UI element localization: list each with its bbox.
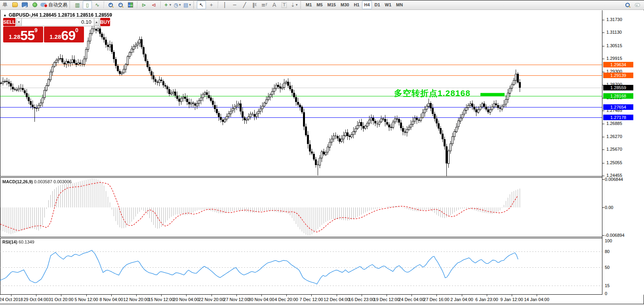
- time-tick-mark: [311, 295, 312, 296]
- price-tick-mark: [602, 33, 604, 33]
- time-tick-label: 7 Dec 12:00: [299, 297, 323, 302]
- timeframe-d1[interactable]: D1: [373, 1, 382, 9]
- time-tick-mark: [362, 295, 362, 296]
- toolbar-separator: [218, 1, 218, 8]
- pane-splitter-macd[interactable]: [0, 176, 644, 178]
- price-level-badge: 1.27178: [603, 115, 633, 120]
- price-level-badge: 1.27654: [603, 104, 633, 110]
- horizontal-line-button[interactable]: ─: [230, 1, 239, 9]
- rsi-axis-label: 0: [605, 291, 607, 296]
- macd-canvas[interactable]: [0, 178, 602, 237]
- buy-price-display[interactable]: 1.28 69 0: [44, 27, 84, 42]
- sell-button[interactable]: SELL: [3, 18, 15, 26]
- time-tick-label: 2 Jan 04:00: [450, 297, 473, 302]
- price-axis[interactable]: 1.317301.311301.305151.299151.293001.287…: [602, 10, 644, 295]
- chart-icon: [22, 2, 28, 7]
- line-chart-button[interactable]: ∿: [93, 1, 102, 9]
- chart-window-button[interactable]: [20, 1, 29, 9]
- volume-input[interactable]: [22, 18, 94, 26]
- macd-axis-label: 0.006844: [605, 177, 623, 182]
- time-tick-mark: [462, 295, 462, 296]
- search-button[interactable]: [623, 1, 632, 9]
- indicators-button[interactable]: ＋▾: [163, 1, 172, 9]
- rsi-axis-label: 100: [605, 238, 612, 243]
- zoom-out-button[interactable]: −: [116, 1, 125, 9]
- sell-price-display[interactable]: 1.28 55 9: [3, 27, 43, 42]
- bars-chart-button[interactable]: ▥: [73, 1, 82, 9]
- price-tick-label: 1.29915: [606, 56, 622, 61]
- time-tick-mark: [111, 295, 112, 296]
- zoom-in-button[interactable]: +: [106, 1, 115, 9]
- timeframe-h1[interactable]: H1: [352, 1, 361, 9]
- time-tick-mark: [337, 295, 337, 296]
- text-button[interactable]: A: [270, 1, 279, 9]
- timeframe-h4[interactable]: H4: [362, 1, 372, 9]
- templates-button[interactable]: ▤▾: [183, 1, 192, 9]
- candles-chart-button[interactable]: ▯: [83, 1, 92, 9]
- price-tick-label: 1.31730: [606, 17, 622, 22]
- rsi-label: RSI(14) 60.1349: [2, 240, 34, 244]
- time-tick-label: 22 Nov 20:00: [198, 297, 224, 302]
- book-icon: [12, 2, 18, 7]
- rsi-canvas[interactable]: [0, 238, 602, 294]
- chat-button[interactable]: [633, 1, 642, 9]
- timeframe-m30[interactable]: M30: [339, 1, 351, 9]
- buy-price-small: 1.28: [50, 33, 61, 40]
- market-watch-button[interactable]: [10, 1, 19, 9]
- volume-up-button[interactable]: ▲: [94, 18, 99, 26]
- timeframe-m1[interactable]: M1: [304, 1, 314, 9]
- time-tick-label: 12 Dec 04:00: [324, 297, 349, 302]
- toolbar-grip: [193, 1, 195, 8]
- chart-title: GBPUSD-,H4 1.28645 1.28716 1.28516 1.285…: [9, 12, 112, 18]
- cursor-button[interactable]: ↖: [197, 1, 206, 9]
- macd-axis-label: -0.006894: [605, 233, 625, 238]
- pane-splitter-rsi[interactable]: [0, 237, 644, 238]
- main-toolbar: 单 自动交易 ▥ ▯ ∿ + − ⊳ ⊲ ＋▾ ◷▾ ▤▾ ↖ ＋ │ ─ ╱ …: [0, 0, 644, 10]
- timeframe-m5[interactable]: M5: [314, 1, 324, 9]
- chart-shift-button[interactable]: ⊲: [149, 1, 158, 9]
- price-tick-mark: [602, 124, 604, 124]
- toolbar-separator: [160, 1, 161, 8]
- volume-down-button[interactable]: ▼: [16, 18, 22, 26]
- crosshair-icon: ＋: [209, 1, 214, 8]
- trendline-icon: ╱: [243, 2, 246, 8]
- channel-button[interactable]: ∥E: [250, 1, 259, 9]
- fibonacci-button[interactable]: ≡F: [260, 1, 269, 9]
- toolbar-grip: [69, 1, 71, 8]
- timeframe-m15[interactable]: M15: [326, 1, 338, 9]
- tile-windows-button[interactable]: [126, 1, 135, 9]
- signals-button[interactable]: [30, 1, 39, 9]
- periods-button[interactable]: ◷▾: [173, 1, 182, 9]
- crosshair-button[interactable]: ＋: [207, 1, 216, 9]
- label-button[interactable]: T: [280, 1, 289, 9]
- arrows-button[interactable]: ⇣▾: [290, 1, 299, 9]
- time-axis[interactable]: 24 Oct 201829 Oct 04:0031 Oct 20:005 Nov…: [0, 295, 602, 304]
- macd-label: MACD(12,26,9) 0.003587 0.003006: [2, 179, 72, 184]
- toolbar-separator: [104, 1, 104, 8]
- pivot-annotation[interactable]: 多空转折点1.28168: [394, 88, 471, 99]
- dropdown-icon: ▾: [189, 3, 191, 7]
- price-tick-label: 1.26270: [606, 134, 622, 139]
- chat-icon: [635, 3, 640, 7]
- dropdown-icon: ▾: [296, 3, 298, 7]
- vertical-line-button[interactable]: │: [220, 1, 229, 9]
- collapse-triangle-icon[interactable]: ▲: [3, 13, 7, 17]
- trendline-button[interactable]: ╱: [240, 1, 249, 9]
- time-tick-mark: [537, 295, 537, 296]
- timeframe-w1[interactable]: W1: [383, 1, 394, 9]
- arrows-icon: ⇣: [291, 2, 295, 8]
- auto-scroll-button[interactable]: ⊳: [139, 1, 149, 9]
- timeframe-mn[interactable]: MN: [394, 1, 405, 9]
- label-icon: T: [282, 2, 287, 8]
- timeframe-bar: M1M5M15M30H1H4D1W1MN: [303, 1, 405, 9]
- rsi-value: 60.1349: [19, 240, 34, 244]
- new-order-button[interactable]: 单: [0, 1, 10, 9]
- dropdown-icon: ▾: [170, 3, 171, 7]
- time-tick-mark: [387, 295, 387, 296]
- bars-chart-icon: ▥: [75, 2, 80, 8]
- fibonacci-icon: ≡: [261, 2, 266, 8]
- tile-windows-icon: [128, 2, 133, 8]
- main-chart-canvas[interactable]: [0, 10, 602, 176]
- buy-button[interactable]: BUY: [100, 18, 110, 26]
- auto-trading-button[interactable]: 自动交易: [40, 1, 68, 9]
